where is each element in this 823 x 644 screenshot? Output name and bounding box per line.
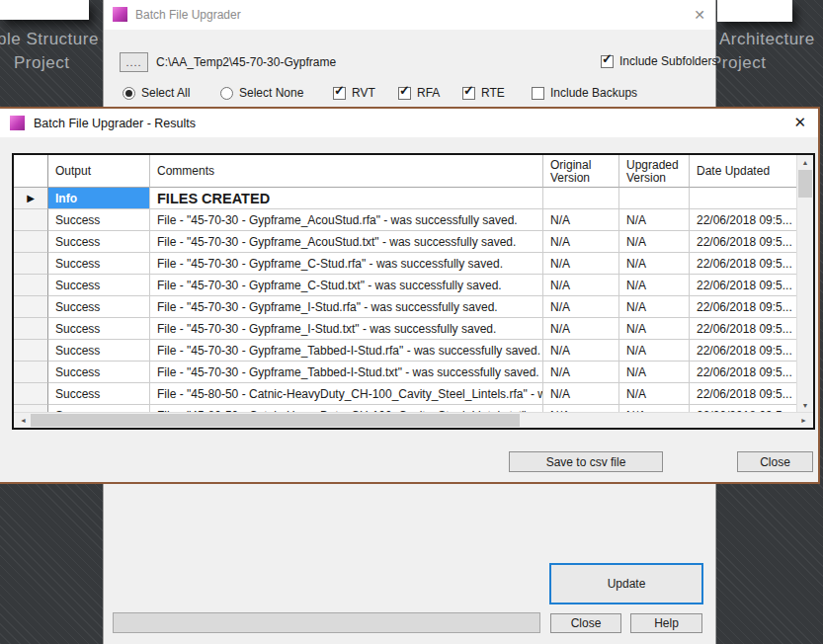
upgraded-version-cell[interactable]: N/A (619, 362, 690, 383)
table-row[interactable]: Success File - "45-70-30 - Gypframe_I-St… (14, 296, 797, 318)
include-backups-checkbox[interactable]: ✓ Include Backups (532, 86, 637, 100)
date-updated-cell[interactable]: 22/06/2018 09:5... (690, 362, 797, 383)
rvt-checkbox[interactable]: ✓ RVT (333, 86, 375, 100)
table-row[interactable]: Success File - "45-70-30 - Gypframe_C-St… (14, 253, 797, 275)
date-updated-cell[interactable] (690, 188, 797, 209)
table-row[interactable]: Success File - "45-80-50 - Catnic-HeavyD… (14, 383, 797, 405)
close-icon[interactable]: ✕ (694, 8, 705, 22)
checkbox-box[interactable]: ✓ (398, 87, 411, 100)
row-header-cell[interactable] (14, 253, 48, 275)
table-row[interactable]: Success File - "45-70-30 - Gypframe_Acou… (14, 231, 797, 253)
close-icon[interactable]: ✕ (793, 116, 806, 129)
table-row[interactable]: Success File - "45-70-30 - Gypframe_Tabb… (14, 362, 797, 383)
original-version-cell[interactable] (543, 188, 619, 209)
date-updated-cell[interactable]: 22/06/2018 09:5... (690, 296, 797, 318)
date-updated-cell[interactable]: 22/06/2018 09:5... (690, 340, 797, 362)
row-header-cell[interactable] (14, 318, 48, 340)
scroll-left-icon[interactable]: ◄ (16, 413, 31, 428)
original-version-cell[interactable]: N/A (543, 340, 619, 362)
upgraded-version-cell[interactable]: N/A (619, 296, 690, 318)
date-updated-cell[interactable]: 22/06/2018 09:5... (690, 231, 797, 253)
checkbox-box[interactable]: ✓ (333, 87, 346, 100)
upgraded-version-cell[interactable]: N/A (619, 253, 690, 275)
original-version-cell[interactable]: N/A (543, 383, 619, 405)
column-header-original-version[interactable]: Original Version (543, 155, 619, 188)
original-version-cell[interactable]: N/A (543, 362, 619, 383)
table-row[interactable]: Success File - "45-70-30 - Gypframe_Acou… (14, 209, 797, 231)
help-button[interactable]: Help (630, 613, 702, 633)
horizontal-scrollbar[interactable]: ◄ ► (14, 412, 813, 428)
output-cell[interactable]: Success (48, 383, 150, 405)
date-updated-cell[interactable]: 22/06/2018 09:5... (690, 383, 797, 405)
select-none-radio[interactable]: Select None (220, 86, 303, 100)
output-cell[interactable]: Success (48, 340, 150, 362)
output-cell[interactable]: Success (48, 275, 150, 296)
radio-circle[interactable] (123, 87, 135, 100)
checkbox-box[interactable]: ✓ (532, 87, 544, 100)
batch-upgrader-titlebar[interactable]: Batch File Upgrader ✕ (104, 0, 715, 30)
comments-cell[interactable]: File - "45-70-30 - Gypframe_I-Stud.txt" … (150, 318, 543, 340)
output-cell[interactable]: Success (48, 362, 150, 383)
row-header-cell[interactable] (14, 231, 48, 253)
row-header-cell[interactable]: ▶ (14, 188, 48, 209)
row-header-cell[interactable] (14, 209, 48, 231)
scroll-down-icon[interactable]: ▼ (797, 398, 813, 413)
original-version-cell[interactable]: N/A (543, 318, 619, 340)
horizontal-scrollbar-thumb[interactable] (31, 414, 520, 427)
upgraded-version-cell[interactable]: N/A (619, 231, 690, 253)
original-version-cell[interactable]: N/A (543, 296, 619, 318)
comments-cell[interactable]: File - "45-70-30 - Gypframe_I-Stud.rfa" … (150, 296, 543, 318)
row-header-cell[interactable] (14, 362, 48, 383)
upgraded-version-cell[interactable] (619, 188, 690, 209)
table-row[interactable]: Success File - "45-70-30 - Gypframe_I-St… (14, 318, 797, 340)
upgraded-version-cell[interactable]: N/A (619, 318, 690, 340)
column-header-date-updated[interactable]: Date Updated (690, 155, 797, 188)
table-row[interactable]: Success File - "45-70-30 - Gypframe_Tabb… (14, 340, 797, 362)
column-header-comments[interactable]: Comments (150, 155, 543, 188)
rfa-checkbox[interactable]: ✓ RFA (398, 86, 440, 100)
date-updated-cell[interactable]: 22/06/2018 09:5... (690, 275, 797, 296)
save-to-csv-button[interactable]: Save to csv file (509, 451, 663, 472)
row-header-cell[interactable] (14, 296, 48, 318)
scroll-up-icon[interactable]: ▲ (797, 155, 813, 170)
row-header-cell[interactable] (14, 383, 48, 405)
row-header-cell[interactable] (14, 275, 48, 296)
results-titlebar[interactable]: Batch File Upgrader - Results ✕ (0, 109, 818, 137)
date-updated-cell[interactable]: 22/06/2018 09:5... (690, 209, 797, 231)
comments-cell[interactable]: File - "45-70-30 - Gypframe_C-Stud.txt" … (150, 275, 543, 296)
original-version-cell[interactable]: N/A (543, 275, 619, 296)
comments-cell[interactable]: File - "45-70-30 - Gypframe_AcouStud.txt… (150, 231, 543, 253)
scroll-right-icon[interactable]: ► (796, 413, 811, 428)
checkbox-box[interactable]: ✓ (601, 55, 614, 68)
upgraded-version-cell[interactable]: N/A (619, 383, 690, 405)
comments-cell[interactable]: File - "45-70-30 - Gypframe_Tabbed-I-Stu… (150, 362, 543, 383)
upgraded-version-cell[interactable]: N/A (619, 209, 690, 231)
original-version-cell[interactable]: N/A (543, 231, 619, 253)
results-close-button[interactable]: Close (737, 451, 813, 472)
checkbox-box[interactable]: ✓ (462, 87, 475, 100)
column-header-output[interactable]: Output (48, 155, 150, 188)
table-row[interactable]: ▶ Info FILES CREATED (14, 188, 797, 209)
upgraded-version-cell[interactable]: N/A (619, 340, 690, 362)
comments-cell[interactable]: File - "45-70-30 - Gypframe_C-Stud.rfa" … (150, 253, 543, 275)
upgraded-version-cell[interactable]: N/A (619, 275, 690, 296)
rte-checkbox[interactable]: ✓ RTE (462, 86, 505, 100)
radio-circle[interactable] (220, 87, 233, 100)
project-thumbnail-tile[interactable] (717, 0, 792, 22)
comments-cell[interactable]: File - "45-80-50 - Catnic-HeavyDuty_CH-1… (150, 383, 543, 405)
vertical-scrollbar-thumb[interactable] (798, 170, 812, 198)
comments-cell[interactable]: FILES CREATED (150, 188, 543, 209)
output-cell[interactable]: Success (48, 231, 150, 253)
include-subfolders-checkbox[interactable]: ✓ Include Subfolders (601, 54, 717, 68)
table-row[interactable]: Success File - "45-70-30 - Gypframe_C-St… (14, 275, 797, 296)
output-cell[interactable]: Info (48, 188, 150, 209)
output-cell[interactable]: Success (48, 296, 150, 318)
comments-cell[interactable]: File - "45-70-30 - Gypframe_Tabbed-I-Stu… (150, 340, 543, 362)
output-cell[interactable]: Success (48, 318, 150, 340)
date-updated-cell[interactable]: 22/06/2018 09:5... (690, 318, 797, 340)
output-cell[interactable]: Success (48, 209, 150, 231)
row-header-cell[interactable] (14, 340, 48, 362)
original-version-cell[interactable]: N/A (543, 253, 619, 275)
browse-button[interactable]: .... (120, 52, 148, 72)
project-thumbnail-tile[interactable] (0, 0, 89, 20)
